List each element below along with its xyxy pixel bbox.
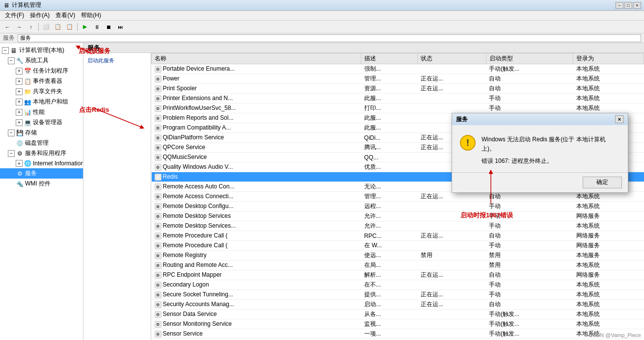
menu-help[interactable]: 帮助(H) bbox=[78, 10, 104, 21]
service-logon-cell: 本地系统 bbox=[573, 104, 644, 113]
table-row[interactable]: ⚙Remote Access Connecti...管理...正在运...自动本… bbox=[152, 192, 644, 202]
table-row[interactable]: ⚙Remote Procedure Call (在 W...手动网络服务 bbox=[152, 241, 644, 251]
dialog-message1: Windows 无法启动 Redis 服务(位于 本地计算机 上)。 bbox=[482, 135, 620, 154]
table-row[interactable]: ⚙RPC Endpoint Mapper解析...正在运...自动网络服务 bbox=[152, 270, 644, 280]
tree-item-systools[interactable]: − 🔧 系统工具 bbox=[0, 55, 83, 66]
expand-svcapp[interactable]: − bbox=[8, 150, 15, 157]
table-row[interactable]: ⚙Sensor Data Service从各...手动(触发...本地系统 bbox=[152, 310, 644, 319]
expand-storage[interactable]: − bbox=[8, 130, 15, 136]
table-row[interactable]: ⚙Secure Socket Tunneling...提供...正在运...手动… bbox=[152, 290, 644, 300]
play-button[interactable]: ▶ bbox=[80, 22, 90, 32]
pause-button[interactable]: ⏸ bbox=[91, 22, 102, 32]
address-input[interactable] bbox=[18, 34, 641, 42]
table-row[interactable]: ⚙Sensor Monitoring Service监视...手动(触发...本… bbox=[152, 319, 644, 329]
table-row[interactable]: ⚙Routing and Remote Acc...在局...禁用本地系统 bbox=[152, 261, 644, 270]
col-name: 名称 bbox=[152, 53, 361, 64]
services-body: 启动此服务 名称 描述 状态 启动类型 登录为 ⚙Portab bbox=[83, 53, 644, 340]
tree-item-diskmgr[interactable]: 💿 磁盘管理 bbox=[0, 138, 83, 148]
dialog-confirm-button[interactable]: 确定 bbox=[583, 177, 622, 188]
service-status-cell bbox=[418, 280, 486, 290]
tree-label-localusers: 本地用户和组 bbox=[33, 98, 68, 106]
tree-item-storage[interactable]: − 💾 存储 bbox=[0, 128, 83, 138]
service-logon-cell: 本地系统 bbox=[573, 280, 644, 290]
menu-file[interactable]: 文件(F) bbox=[2, 10, 27, 21]
table-row[interactable]: ⚙Remote Desktop Configu...远程...手动本地系统 bbox=[152, 202, 644, 211]
up-button[interactable]: ↑ bbox=[26, 22, 36, 32]
table-row[interactable]: ⚙Remote Registry使远...禁用禁用本地服务 bbox=[152, 251, 644, 261]
service-startup-cell: 自动 bbox=[486, 231, 573, 241]
expand-computer[interactable]: − bbox=[2, 47, 9, 54]
start-service-link[interactable]: 启动此服务 bbox=[87, 57, 147, 64]
service-status-cell bbox=[418, 319, 486, 329]
tree-item-devmgr[interactable]: + 💻 设备管理器 bbox=[0, 117, 83, 128]
iis-icon: 🌐 bbox=[24, 159, 31, 167]
expand-eventviewer[interactable]: + bbox=[16, 78, 23, 85]
table-row[interactable]: ⚙Power管理...正在运...自动本地系统 bbox=[152, 74, 644, 84]
minimize-button[interactable]: − bbox=[616, 2, 623, 9]
tree-item-scheduler[interactable]: + 📅 任务计划程序 bbox=[0, 66, 83, 76]
service-status-cell bbox=[418, 221, 486, 231]
expand-systools[interactable]: − bbox=[8, 57, 15, 64]
copy-button[interactable]: 📋 bbox=[53, 22, 63, 32]
expand-devmgr[interactable]: + bbox=[16, 119, 23, 126]
restart-button[interactable]: ⏭ bbox=[115, 22, 126, 32]
service-status-cell bbox=[418, 329, 486, 339]
paste-button[interactable]: 📋 bbox=[64, 22, 75, 32]
tree-item-perf[interactable]: + 📊 性能 bbox=[0, 107, 83, 117]
service-startup-cell: 禁用 bbox=[486, 261, 573, 270]
service-status-cell: 正在运... bbox=[418, 300, 486, 310]
service-startup-cell: 自动 bbox=[486, 74, 573, 84]
tree-item-sharedfolder[interactable]: + 📁 共享文件夹 bbox=[0, 86, 83, 97]
table-row[interactable]: ⚙Remote Desktop Services允许...手动网络服务 bbox=[152, 211, 644, 221]
expand-scheduler[interactable]: + bbox=[16, 68, 23, 75]
menu-action[interactable]: 操作(A) bbox=[27, 10, 53, 21]
stop-button[interactable]: ⏹ bbox=[103, 22, 114, 32]
service-desc-cell: 允许... bbox=[361, 221, 418, 231]
service-name-cell: ⚙Redis bbox=[152, 172, 361, 182]
table-row[interactable]: ⚙Sensor Service一项...手动(触发...本地系统 bbox=[152, 329, 644, 339]
tree-item-localusers[interactable]: + 👥 本地用户和组 bbox=[0, 97, 83, 107]
service-status-cell bbox=[418, 261, 486, 270]
service-status-cell bbox=[418, 241, 486, 251]
table-row[interactable]: ⚙Print Spooler资源...正在运...自动本地系统 bbox=[152, 84, 644, 94]
back-button[interactable]: ← bbox=[2, 22, 13, 32]
service-logon-cell: 网络服务 bbox=[573, 270, 644, 280]
table-row[interactable]: ⚙Remote Procedure Call (RPC...正在运...自动网络… bbox=[152, 231, 644, 241]
expand-localusers[interactable]: + bbox=[16, 99, 23, 105]
dialog-body: ! Windows 无法启动 Redis 服务(位于 本地计算机 上)。 错误 … bbox=[452, 125, 628, 172]
tree-item-svcapp[interactable]: − ⚙ 服务和应用程序 bbox=[0, 148, 83, 158]
services-left-panel: 启动此服务 bbox=[83, 53, 151, 340]
service-desc-cell: 解析... bbox=[361, 270, 418, 280]
show-hide-button[interactable]: ⬜ bbox=[41, 22, 52, 32]
table-row[interactable]: ⚙Secondary Logon在不...手动本地系统 bbox=[152, 280, 644, 290]
table-row[interactable]: ⚙Security Accounts Manag...启动...正在运...自动… bbox=[152, 300, 644, 310]
menu-view[interactable]: 查看(V) bbox=[53, 10, 78, 21]
tree-item-services[interactable]: ⚙ 服务 bbox=[0, 168, 83, 179]
service-desc-cell: 优质... bbox=[361, 162, 418, 172]
expand-perf[interactable]: + bbox=[16, 109, 23, 116]
services-table: 名称 描述 状态 启动类型 登录为 ⚙Portable Device Enume… bbox=[151, 53, 644, 340]
tree-item-iis[interactable]: + 🌐 Internet Information S... bbox=[0, 158, 83, 168]
tree-label-iis: Internet Information S... bbox=[33, 160, 83, 167]
service-name-cell: ⚙PrintWorkflowUserSvc_58... bbox=[152, 104, 361, 113]
expand-iis[interactable]: + bbox=[16, 160, 23, 167]
table-row[interactable]: ⚙PrintWorkflowUserSvc_58...打印...手动本地系统 bbox=[152, 104, 644, 113]
table-row[interactable]: ⚙Portable Device Enumera...强制...手动(触发...… bbox=[152, 64, 644, 74]
tree-item-wmi[interactable]: 🔩 WMI 控件 bbox=[0, 179, 83, 189]
dialog-close-button[interactable]: × bbox=[615, 115, 624, 123]
service-name-cell: ⚙Power bbox=[152, 74, 361, 84]
expand-sharedfolder[interactable]: + bbox=[16, 88, 23, 95]
tree-item-computer[interactable]: − 🖥 计算机管理(本地) bbox=[0, 45, 83, 55]
table-row[interactable]: ⚙Remote Desktop Services...允许...手动本地系统 bbox=[152, 221, 644, 231]
tree-item-eventviewer[interactable]: + 📋 事件查看器 bbox=[0, 76, 83, 86]
service-startup-cell: 手动 bbox=[486, 104, 573, 113]
forward-button[interactable]: → bbox=[14, 22, 25, 32]
service-name-cell: ⚙QPCore Service bbox=[152, 143, 361, 153]
service-name-cell: ⚙Portable Device Enumera... bbox=[152, 64, 361, 74]
table-row[interactable]: ⚙Printer Extensions and N...此服...手动本地系统 bbox=[152, 94, 644, 104]
service-status-cell: 禁用 bbox=[418, 251, 486, 261]
service-name-cell: ⚙Remote Procedure Call ( bbox=[152, 231, 361, 241]
close-button[interactable]: × bbox=[633, 2, 641, 9]
maximize-button[interactable]: □ bbox=[624, 2, 632, 9]
tree-label-eventviewer: 事件查看器 bbox=[33, 77, 62, 85]
